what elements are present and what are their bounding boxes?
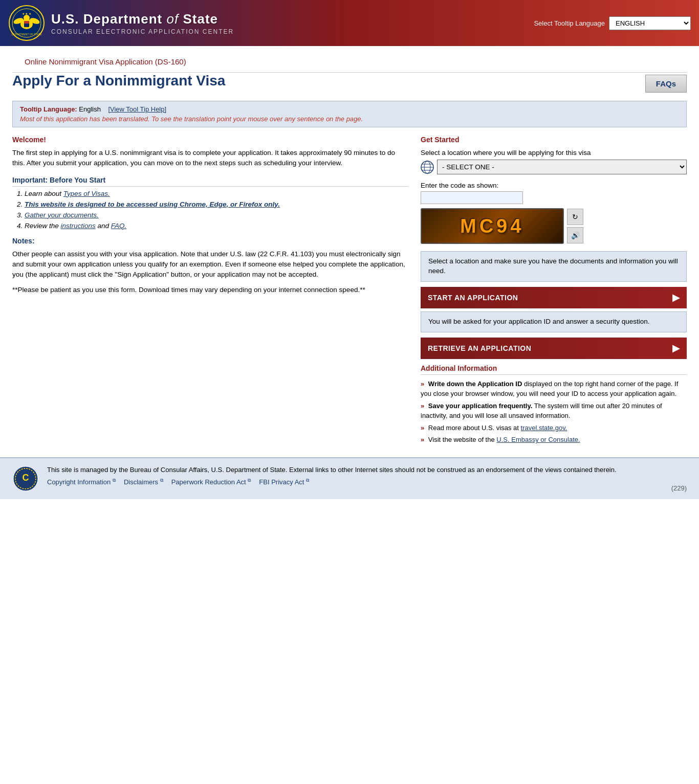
additional-info-item4: » Visit the website of the U.S. Embassy … (421, 435, 687, 445)
list-item: This website is designed to be accessed … (25, 200, 408, 208)
tooltip-lang-row: Tooltip Language: English [View Tool Tip… (20, 105, 679, 113)
tooltip-message: Most of this application has been transl… (20, 115, 679, 123)
refresh-captcha-button[interactable]: ↻ (567, 209, 583, 225)
important-heading: Important: Before You Start (12, 176, 408, 187)
external-link-icon: ⧉ (248, 478, 251, 483)
browser-warning: This website is designed to be accessed … (25, 200, 280, 208)
captcha-label: Enter the code as shown: (421, 182, 687, 189)
copyright-link[interactable]: Copyright Information ⧉ (47, 478, 116, 486)
footer-count: (229) (671, 484, 687, 492)
bullet-icon: » (421, 402, 424, 410)
start-application-button[interactable]: START AN APPLICATION ▶ (421, 287, 687, 308)
additional-info: Additional Information » Write down the … (421, 364, 687, 445)
fbi-privacy-link-text: FBI Privacy Act (259, 478, 304, 486)
dos-seal: ★ ★ ★ DEPARTMENT OF STATE (8, 5, 45, 41)
header-title: U.S. Department of State Consular Electr… (51, 11, 234, 35)
external-link-icon: ⧉ (113, 478, 116, 483)
globe-icon (421, 161, 434, 174)
paperwork-link-text: Paperwork Reduction Act (171, 478, 246, 486)
header: ★ ★ ★ DEPARTMENT OF STATE U.S. Departmen… (0, 0, 699, 46)
external-link-icon: ⧉ (160, 478, 163, 483)
bullet-icon: » (421, 424, 424, 432)
footer-seal: C (12, 465, 39, 492)
left-column: Welcome! The first step in applying for … (12, 136, 408, 301)
retrieve-info-box: You will be asked for your application I… (421, 311, 687, 332)
paperwork-link[interactable]: Paperwork Reduction Act ⧉ (171, 478, 251, 486)
step1-text: Learn about (25, 190, 63, 197)
faq-link[interactable]: FAQ. (111, 222, 127, 230)
additional-info-item3: » Read more about U.S. visas at travel.s… (421, 423, 687, 433)
bullet-icon: » (421, 436, 424, 443)
captcha-section: Enter the code as shown: MC94 ↻ 🔊 (421, 182, 687, 244)
main-container: Online Nonimmigrant Visa Application (DS… (0, 46, 699, 457)
audio-captcha-button[interactable]: 🔊 (567, 227, 583, 243)
list-item: Review the instructions and FAQ. (25, 222, 408, 230)
footer-managed-text: This site is managed by the Bureau of Co… (47, 465, 663, 475)
right-column: Get Started Select a location where you … (421, 136, 687, 447)
svg-rect-7 (24, 21, 29, 24)
retrieve-arrow-icon: ▶ (672, 343, 680, 354)
notes-heading: Notes: (12, 237, 408, 245)
instructions-link[interactable]: instructions (61, 222, 96, 230)
embassy-link[interactable]: U.S. Embassy or Consulate. (496, 436, 580, 443)
embassy-text: Visit the website of the (428, 436, 496, 443)
additional-info-heading: Additional Information (421, 364, 687, 375)
website-browser-link[interactable]: This website is designed to be accessed … (25, 200, 280, 208)
start-application-label: START AN APPLICATION (428, 294, 518, 302)
footer-links: Copyright Information ⧉ Disclaimers ⧉ Pa… (47, 478, 663, 486)
location-select[interactable]: - SELECT ONE - (437, 160, 687, 174)
additional-info-item1: » Write down the Application ID displaye… (421, 379, 687, 399)
fbi-privacy-link[interactable]: FBI Privacy Act ⧉ (259, 478, 309, 486)
tooltip-label: Tooltip Language: (20, 105, 77, 113)
svg-text:★ ★ ★: ★ ★ ★ (22, 12, 31, 15)
gather-documents-link[interactable]: Gather your documents. (25, 211, 99, 219)
retrieve-application-label: RETRIEVE AN APPLICATION (428, 344, 531, 352)
location-label: Select a location where you will be appl… (421, 149, 687, 156)
welcome-text: The first step in applying for a U.S. no… (12, 148, 408, 169)
step4-text: Review the (25, 222, 61, 230)
captcha-text: MC94 (460, 215, 525, 237)
write-down-bold: Write down the Application ID (428, 380, 522, 388)
list-item: Gather your documents. (25, 211, 408, 219)
footer: C This site is managed by the Bureau of … (0, 457, 699, 499)
captcha-image-row: MC94 ↻ 🔊 (421, 208, 687, 244)
steps-list: Learn about Types of Visas. This website… (12, 190, 408, 230)
svg-text:DEPARTMENT OF STATE: DEPARTMENT OF STATE (12, 33, 42, 36)
tooltip-language-value: English (79, 105, 101, 113)
page-title: Apply For a Nonimmigrant Visa (12, 73, 225, 89)
breadcrumb-link[interactable]: Online Nonimmigrant Visa Application (DS… (25, 57, 186, 66)
header-right: Select Tooltip Language ENGLISH ESPAÑOL … (534, 16, 691, 30)
step4-and: and (96, 222, 111, 230)
list-item: Learn about Types of Visas. (25, 190, 408, 197)
types-of-visas-link[interactable]: Types of Visas. (63, 190, 110, 197)
travel-state-gov-link[interactable]: travel.state.gov. (521, 424, 567, 432)
get-started-heading: Get Started (421, 136, 687, 144)
notes-text1: Other people can assist you with your vi… (12, 249, 408, 280)
captcha-input[interactable] (421, 191, 523, 204)
save-app-bold: Save your application frequently. (428, 402, 532, 410)
page-title-row: Apply For a Nonimmigrant Visa FAQs (12, 73, 687, 93)
additional-info-item2: » Save your application frequently. The … (421, 401, 687, 421)
language-select[interactable]: ENGLISH ESPAÑOL FRANÇAIS PORTUGUÊS 中文 (609, 16, 691, 30)
svg-point-5 (24, 15, 30, 21)
info-box: Select a location and make sure you have… (421, 251, 687, 282)
tooltip-language-label: Select Tooltip Language (534, 19, 605, 27)
view-tooltip-help-link[interactable]: [View Tool Tip Help] (108, 105, 166, 113)
captcha-buttons: ↻ 🔊 (567, 209, 583, 243)
retrieve-application-button[interactable]: RETRIEVE AN APPLICATION ▶ (421, 338, 687, 359)
breadcrumb: Online Nonimmigrant Visa Application (DS… (12, 51, 687, 73)
disclaimers-link[interactable]: Disclaimers ⧉ (124, 478, 163, 486)
faq-button[interactable]: FAQs (645, 75, 687, 93)
captcha-image: MC94 (421, 208, 564, 244)
footer-content: This site is managed by the Bureau of Co… (47, 465, 663, 486)
location-select-row: - SELECT ONE - (421, 160, 687, 174)
header-subtitle: Consular Electronic Application Center (51, 28, 234, 35)
start-arrow-icon: ▶ (672, 292, 680, 303)
travel-text: Read more about U.S. visas at (428, 424, 521, 432)
two-column-layout: Welcome! The first step in applying for … (12, 136, 687, 447)
notes-text2: **Please be patient as you use this form… (12, 285, 408, 295)
external-link-icon: ⧉ (306, 478, 309, 483)
header-left: ★ ★ ★ DEPARTMENT OF STATE U.S. Departmen… (8, 5, 234, 41)
header-title-text: U.S. Department of State (51, 11, 234, 27)
svg-text:C: C (23, 473, 29, 483)
